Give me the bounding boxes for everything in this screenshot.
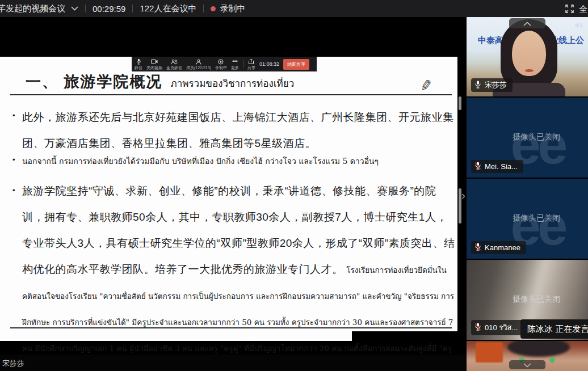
mute-all-button[interactable]: 全员静音 <box>166 58 182 70</box>
share-screen-icon <box>248 58 254 65</box>
chevron-down-icon <box>523 360 531 370</box>
bottom-bar: 宋莎莎 <box>0 355 467 371</box>
camera-icon <box>151 58 158 65</box>
camera-off-label: 摄像头已关闭 <box>513 132 560 142</box>
meeting-app-window: 芊发起的视频会议 00:29:59 122人在会议中 录制中 全 一、 旅游学院… <box>0 0 588 371</box>
meeting-duration: 00:29:59 <box>93 4 125 14</box>
slide-title: 一、 旅游学院概况 ภาพรวมของวิชาการท่องเที่ยว <box>26 71 294 92</box>
participant-name: 010 รวิส... <box>485 322 518 334</box>
chevron-up-icon <box>523 18 531 28</box>
recording-status: 录制中 <box>220 3 245 14</box>
divider <box>85 5 86 12</box>
active-speaker-volume-icon <box>574 21 583 31</box>
fullscreen-icon[interactable] <box>565 5 574 15</box>
participant-name-badge: 010 รวิส... <box>471 320 523 335</box>
participant-face-detail <box>525 69 534 72</box>
participant-name-badge: 宋莎莎 <box>471 78 513 92</box>
more-button[interactable]: ••• 更多 <box>231 58 239 70</box>
record-button[interactable]: 录制中 <box>215 58 227 70</box>
camera-off-label: 摄像头已关闭 <box>513 213 560 223</box>
background-sign <box>476 342 503 362</box>
divider <box>132 5 133 12</box>
person-icon <box>196 58 201 65</box>
chevron-down-icon[interactable] <box>71 6 78 11</box>
slide-black-overlay <box>352 331 457 341</box>
slide-bullet-1-text: 此外，旅游系还先后与北京好苑建国饭店、上海锦江大酒店、广州长隆集团、开元旅业集团… <box>12 104 455 157</box>
divider <box>203 5 204 12</box>
video-tile-partial[interactable] <box>467 341 588 371</box>
people-icon <box>171 58 178 65</box>
video-tile-song-shasha[interactable]: 中泰高校 专业线上公 宋莎莎 <box>467 17 588 96</box>
slide-bottom-rule <box>10 327 452 328</box>
mic-on-icon <box>474 81 481 90</box>
scroll-down-button[interactable] <box>509 360 545 369</box>
slide-bullet-2-text: นอกจากนี้ กรมการท่องเที่ยวยังได้ร่วมมือก… <box>12 154 455 168</box>
floating-meeting-toolbar: 静音 关闭视频 全员静音 <box>132 57 317 71</box>
pencil-icon: ✎ <box>418 76 434 95</box>
slide-title-chinese: 一、 旅游学院概况 <box>26 71 163 92</box>
slide-bullet-2: • นอกจากนี้ กรมการท่องเที่ยวยังได้ร่วมมื… <box>12 154 455 168</box>
participant-name: Kanmanee <box>485 243 520 252</box>
collapse-sidebar-button[interactable] <box>509 18 545 28</box>
participant-name-badge: Mei. Sia... <box>471 160 523 173</box>
share-button[interactable]: 共享 <box>247 58 255 70</box>
divider <box>243 60 243 68</box>
slide-title-thai: ภาพรวมของวิชาการท่องเที่ยว <box>171 75 295 91</box>
recording-dot-icon <box>211 6 216 11</box>
video-tile-kanmanee[interactable]: ee 摄像头已关闭 Kanmanee <box>467 179 588 259</box>
speaking-notice-text: 陈冰冰 正在发言 <box>527 324 588 335</box>
mic-muted-icon <box>474 243 481 252</box>
camera-off-label: 摄像头已关闭 <box>513 294 560 304</box>
video-tile-mei-sia[interactable]: ee 摄像头已关闭 Mei. Sia... <box>467 98 588 178</box>
slide-bullet-3: • 旅游学院坚持“守诚、求新、创业、修能”的校训，秉承“讲道德、修技能、赛服务”… <box>12 178 455 371</box>
bullet-icon: • <box>12 186 15 195</box>
slide-bullet-1: • 此外，旅游系还先后与北京好苑建国饭店、上海锦江大酒店、广州长隆集团、开元旅业… <box>12 104 455 157</box>
mic-muted-icon <box>474 162 481 171</box>
presentation-slide: 一、 旅游学院概况 ภาพรวมของวิชาการท่องเที่ยว ✎ •… <box>0 57 457 341</box>
chevron-right-icon[interactable]: › <box>461 188 465 202</box>
record-icon <box>218 58 224 65</box>
shared-screen-area: 一、 旅游学院概况 ภาพรวมของวิชาการท่องเที่ยว ✎ •… <box>0 17 467 355</box>
end-share-button[interactable]: 结束共享 <box>283 59 309 70</box>
microphone-icon <box>136 58 141 65</box>
participant-name-badge: Kanmanee <box>471 241 526 254</box>
slide-bullet-3-text: 旅游学院坚持“守诚、求新、创业、修能”的校训，秉承“讲道德、修技能、赛服务”的院… <box>12 178 455 371</box>
meeting-top-bar: 芊发起的视频会议 00:29:59 122人在会议中 录制中 全 <box>0 0 588 17</box>
active-speaker-name: 宋莎莎 <box>2 359 24 369</box>
bullet-icon: • <box>12 111 15 120</box>
more-icon: ••• <box>232 58 237 65</box>
scrollbar-thumb[interactable] <box>459 96 461 110</box>
mic-muted-icon <box>474 323 481 332</box>
mute-button[interactable]: 静音 <box>135 58 142 70</box>
camera-button[interactable]: 关闭视频 <box>146 58 162 70</box>
participant-name: 宋莎莎 <box>485 80 507 90</box>
participant-name: Mei. Sia... <box>485 162 518 171</box>
bullet-icon: • <box>12 155 15 164</box>
speaking-notification-toast: 陈冰冰 正在发言 <box>520 319 588 339</box>
share-duration: 01:08:32 <box>259 61 279 67</box>
slide-title-rule <box>10 94 452 95</box>
members-button[interactable]: 成员(122/213) <box>186 58 211 70</box>
fullscreen-label[interactable]: 全 <box>579 4 587 15</box>
meeting-title: 芊发起的视频会议 <box>0 3 65 14</box>
slide-bullet-3-chinese: 旅游学院坚持“守诚、求新、创业、修能”的校训，秉承“讲道德、修技能、赛服务”的院… <box>22 185 455 275</box>
participants-count[interactable]: 122人在会议中 <box>140 3 196 14</box>
